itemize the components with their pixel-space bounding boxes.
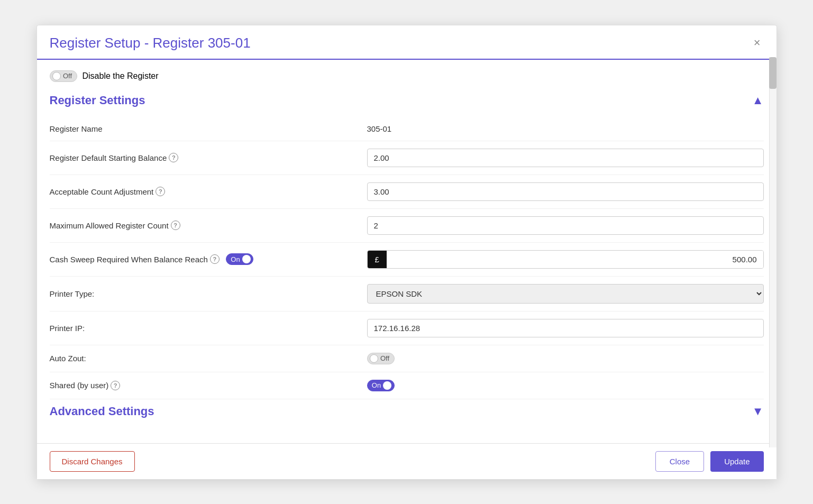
disable-register-toggle[interactable]: Off <box>50 70 77 82</box>
starting-balance-input[interactable] <box>367 149 764 167</box>
form-row-printer-ip: Printer IP: <box>50 311 764 345</box>
label-count-adjustment: Acceptable Count Adjustment ? <box>50 187 367 196</box>
register-settings-chevron[interactable]: ▲ <box>752 94 764 107</box>
modal-header: Register Setup - Register 305-01 × <box>37 25 777 60</box>
form-row-cash-sweep: Cash Sweep Required When Balance Reach ?… <box>50 243 764 277</box>
control-register-name: 305-01 <box>367 124 764 133</box>
currency-input-wrapper: £ <box>367 250 764 269</box>
form-row-count-adjustment: Acceptable Count Adjustment ? <box>50 175 764 209</box>
toggle-knob <box>52 72 61 80</box>
scrollbar-thumb <box>769 57 777 89</box>
form-row-starting-balance: Register Default Starting Balance ? <box>50 141 764 175</box>
close-icon[interactable]: × <box>751 36 764 50</box>
advanced-settings-title: Advanced Settings <box>50 405 154 418</box>
help-icon-count-adjustment[interactable]: ? <box>156 187 165 196</box>
help-icon-cash-sweep[interactable]: ? <box>210 254 220 264</box>
control-starting-balance <box>367 149 764 167</box>
cash-sweep-toggle[interactable]: On <box>226 253 253 265</box>
auto-zout-toggle-knob <box>370 354 378 363</box>
update-button[interactable]: Update <box>710 451 763 472</box>
cash-sweep-amount-input[interactable] <box>387 251 763 268</box>
footer-right-buttons: Close Update <box>655 451 764 472</box>
label-register-name: Register Name <box>50 124 367 133</box>
auto-zout-toggle[interactable]: Off <box>367 353 395 364</box>
scrollbar[interactable] <box>769 57 777 447</box>
modal-container: Register Setup - Register 305-01 × Off D… <box>36 25 777 480</box>
printer-ip-input[interactable] <box>367 319 764 337</box>
label-max-register-count: Maximum Allowed Register Count ? <box>50 221 367 230</box>
cash-sweep-toggle-state: On <box>231 255 240 263</box>
advanced-settings-header: Advanced Settings ▼ <box>50 405 764 418</box>
modal-title: Register Setup - Register 305-01 <box>50 35 251 51</box>
close-button[interactable]: Close <box>655 451 704 472</box>
modal-body: Off Disable the Register Register Settin… <box>37 60 777 443</box>
auto-zout-toggle-state: Off <box>380 354 389 362</box>
form-row-register-name: Register Name 305-01 <box>50 117 764 141</box>
cash-sweep-toggle-knob <box>242 255 251 263</box>
printer-type-select[interactable]: EPSON SDK Star Custom None <box>367 284 764 304</box>
form-row-shared-by-user: Shared (by user) ? On <box>50 372 764 399</box>
max-register-count-input[interactable] <box>367 216 764 235</box>
shared-by-user-toggle-state: On <box>372 381 381 389</box>
label-shared-by-user: Shared (by user) ? <box>50 381 367 390</box>
help-icon-shared-by-user[interactable]: ? <box>111 381 120 390</box>
control-printer-type: EPSON SDK Star Custom None <box>367 284 764 304</box>
register-settings-header: Register Settings ▲ <box>50 94 764 107</box>
disable-register-label: Disable the Register <box>83 71 159 81</box>
control-shared-by-user: On <box>367 380 764 391</box>
control-max-register-count <box>367 216 764 235</box>
form-row-max-register-count: Maximum Allowed Register Count ? <box>50 209 764 243</box>
modal-footer: Discard Changes Close Update <box>37 443 777 479</box>
currency-symbol: £ <box>368 251 387 268</box>
help-icon-max-register-count[interactable]: ? <box>171 221 180 230</box>
control-auto-zout: Off <box>367 353 764 364</box>
control-printer-ip <box>367 319 764 337</box>
disable-register-row: Off Disable the Register <box>50 70 764 82</box>
control-cash-sweep: £ <box>367 250 764 269</box>
form-row-auto-zout: Auto Zout: Off <box>50 345 764 372</box>
control-count-adjustment <box>367 182 764 201</box>
advanced-settings-chevron[interactable]: ▼ <box>752 405 764 418</box>
disable-register-toggle-state: Off <box>63 72 72 80</box>
label-starting-balance: Register Default Starting Balance ? <box>50 153 367 162</box>
shared-by-user-toggle[interactable]: On <box>367 380 395 391</box>
label-cash-sweep: Cash Sweep Required When Balance Reach ?… <box>50 253 367 265</box>
register-name-value: 305-01 <box>367 124 392 133</box>
label-printer-ip: Printer IP: <box>50 324 367 333</box>
help-icon-starting-balance[interactable]: ? <box>169 153 178 162</box>
discard-changes-button[interactable]: Discard Changes <box>50 451 135 472</box>
advanced-settings-section: Advanced Settings ▼ <box>50 405 764 418</box>
count-adjustment-input[interactable] <box>367 182 764 201</box>
label-auto-zout: Auto Zout: <box>50 354 367 363</box>
form-row-printer-type: Printer Type: EPSON SDK Star Custom None <box>50 277 764 311</box>
register-settings-title: Register Settings <box>50 94 145 107</box>
label-printer-type: Printer Type: <box>50 289 367 298</box>
shared-by-user-toggle-knob <box>383 381 391 390</box>
